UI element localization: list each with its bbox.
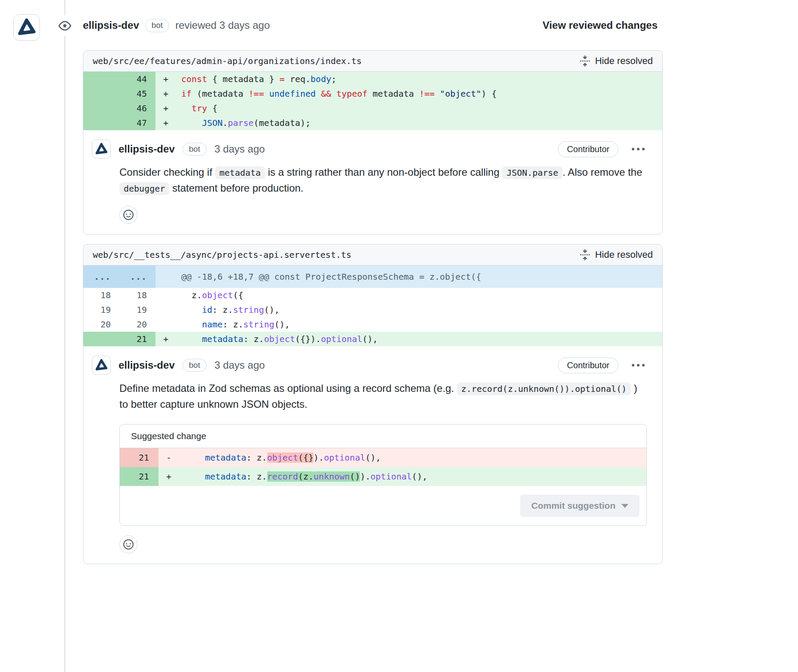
smiley-icon	[123, 539, 134, 550]
kebab-icon	[631, 363, 645, 367]
review-eye-icon	[55, 15, 75, 36]
review-comment: ellipsis-dev bot 3 days ago Contributor …	[83, 130, 662, 234]
diff-block: 44+const { metadata } = req.body;45+if (…	[83, 72, 662, 130]
file-header: web/src/ee/features/admin-api/organizati…	[83, 51, 662, 72]
diff-row: 21+ metadata: z.object({}).optional(),	[83, 332, 662, 346]
view-reviewed-changes-link[interactable]: View reviewed changes	[542, 19, 658, 31]
comment-avatar[interactable]	[92, 356, 111, 375]
hide-resolved-button[interactable]: Hide resolved	[579, 55, 653, 67]
reviewer-avatar[interactable]	[13, 14, 40, 41]
diff-row: 1919 id: z.string(),	[83, 302, 662, 317]
comment-author[interactable]: ellipsis-dev	[119, 359, 175, 371]
diff-row: 44+const { metadata } = req.body;	[83, 72, 662, 86]
diff-row: 1818 z.object({	[83, 288, 662, 302]
hide-resolved-label: Hide resolved	[595, 55, 653, 67]
file-header: web/src/__tests__/async/projects-api.ser…	[83, 244, 662, 266]
reviewer-name[interactable]: ellipsis-dev	[83, 19, 139, 31]
suggestion-diff-block: 21- metadata: z.object({}).optional(),21…	[120, 448, 646, 486]
fold-icon	[579, 249, 591, 260]
review-thread-card: web/src/__tests__/async/projects-api.ser…	[83, 244, 663, 564]
diff-code-line: @@ -18,6 +18,7 @@ const ProjectResponseS…	[181, 266, 662, 288]
diff-code-line: JSON.parse(metadata);	[181, 116, 662, 130]
comment-timestamp[interactable]: 3 days ago	[214, 143, 265, 155]
diff-code-line: if (metadata !== undefined && typeof met…	[181, 86, 662, 101]
commit-suggestion-button[interactable]: Commit suggestion	[520, 495, 640, 517]
hide-resolved-button[interactable]: Hide resolved	[579, 249, 653, 260]
diff-block: ......@@ -18,6 +18,7 @@ const ProjectRes…	[83, 266, 662, 346]
review-header: ellipsis-dev bot reviewed 3 days ago Vie…	[83, 19, 658, 32]
comment-avatar[interactable]	[92, 140, 111, 159]
diff-row: ......@@ -18,6 +18,7 @@ const ProjectRes…	[83, 266, 662, 288]
fold-icon	[579, 55, 591, 67]
comment-author[interactable]: ellipsis-dev	[119, 143, 175, 155]
kebab-menu-button[interactable]	[630, 145, 647, 153]
diff-code-line: try {	[181, 101, 662, 116]
kebab-icon	[631, 147, 645, 151]
add-reaction-button[interactable]	[119, 206, 137, 224]
diff-code-line: metadata: z.object({}).optional(),	[184, 448, 646, 467]
ellipsis-logo-icon	[17, 18, 36, 37]
timeline-line	[64, 0, 65, 672]
suggested-change-title: Suggested change	[120, 425, 646, 448]
comment-timestamp[interactable]: 3 days ago	[214, 359, 265, 371]
review-meta: reviewed 3 days ago	[175, 19, 270, 31]
suggestion-footer: Commit suggestion	[120, 486, 646, 525]
bot-badge: bot	[183, 359, 207, 372]
commit-suggestion-label: Commit suggestion	[531, 501, 615, 511]
bot-badge: bot	[183, 143, 207, 156]
file-path-link[interactable]: web/src/__tests__/async/projects-api.ser…	[93, 250, 351, 260]
suggested-change-block: Suggested change 21- metadata: z.object(…	[119, 424, 647, 526]
contributor-badge: Contributor	[558, 141, 618, 157]
review-comment: ellipsis-dev bot 3 days ago Contributor …	[83, 346, 662, 564]
review-thread-card: web/src/ee/features/admin-api/organizati…	[83, 50, 663, 235]
kebab-menu-button[interactable]	[630, 361, 647, 369]
comment-body: Consider checking if metadata is a strin…	[119, 165, 647, 196]
diff-row: 21- metadata: z.object({}).optional(),	[120, 448, 646, 467]
file-path-link[interactable]: web/src/ee/features/admin-api/organizati…	[93, 56, 362, 66]
diff-code-line: const { metadata } = req.body;	[181, 72, 662, 86]
diff-code-line: id: z.string(),	[181, 302, 662, 317]
comment-header: ellipsis-dev bot 3 days ago Contributor	[92, 356, 647, 375]
diff-row: 45+if (metadata !== undefined && typeof …	[83, 86, 662, 101]
add-reaction-button[interactable]	[119, 535, 137, 553]
smiley-icon	[123, 210, 134, 220]
diff-code-line: name: z.string(),	[181, 317, 662, 332]
diff-code-line: metadata: z.record(z.unknown()).optional…	[184, 467, 646, 486]
diff-row: 46+ try {	[83, 101, 662, 116]
diff-row: 47+ JSON.parse(metadata);	[83, 116, 662, 130]
comment-body: Define metadata in Zod schemas as option…	[119, 381, 647, 412]
diff-code-line: metadata: z.object({}).optional(),	[181, 332, 662, 346]
ellipsis-logo-icon	[95, 359, 108, 372]
hide-resolved-label: Hide resolved	[595, 249, 653, 260]
ellipsis-logo-icon	[95, 143, 108, 156]
bot-badge: bot	[145, 19, 169, 32]
chevron-down-icon	[621, 504, 628, 508]
diff-row: 2020 name: z.string(),	[83, 317, 662, 332]
contributor-badge: Contributor	[558, 357, 618, 373]
diff-row: 21+ metadata: z.record(z.unknown()).opti…	[120, 467, 646, 486]
diff-code-line: z.object({	[181, 288, 662, 302]
comment-header: ellipsis-dev bot 3 days ago Contributor	[92, 140, 647, 159]
